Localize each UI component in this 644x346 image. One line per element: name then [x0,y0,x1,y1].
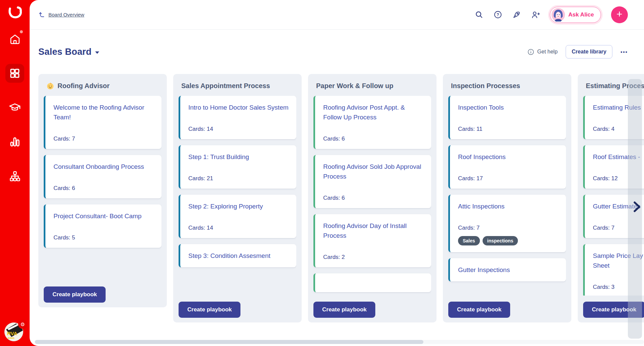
playbook-card[interactable]: Inspection Tools Cards: 11 [448,96,566,139]
svg-text:RVA: RVA [7,331,17,336]
playbook-card-title: Roofing Advisor Post Appt. & Follow Up P… [323,103,424,122]
sidebar-item-boards[interactable] [5,64,24,83]
gear-icon[interactable]: ⚙ [18,320,27,329]
playbook-card[interactable]: Step 3: Condition Assesment [179,244,296,267]
sidebar-item-home[interactable] [5,30,24,48]
horizontal-scrollbar-thumb[interactable] [35,340,423,344]
playbook-card-count: Cards: 21 [188,175,290,182]
playbook-card-title: Intro to Home Doctor Sales System [188,103,290,112]
card-list: Roofing Advisor Post Appt. & Follow Up P… [313,96,431,296]
chevron-down-icon[interactable] [95,51,99,54]
playbook-card-title: Welcome to the Roofing Advisor Team! [53,103,155,122]
bar-chart-icon [9,136,21,148]
add-button[interactable]: + [611,6,628,23]
playbook-card-count: Cards: 6 [323,195,424,201]
playbook-card-title: Step 3: Condition Assesment [188,251,290,261]
playbook-card[interactable]: Roofing Advisor Day of Install Process C… [313,214,431,267]
apps-grid-icon [9,68,21,79]
playbook-card-title: Gutter Inspections [458,265,559,275]
workspace-avatar[interactable]: RVA KING ⚙ [4,322,24,342]
svg-text:KING: KING [8,337,14,340]
breadcrumb-label: Board Overview [48,12,84,17]
playbook-card-title: Step 2: Exploring Property [188,201,290,211]
column-header: Sales Appointment Process [181,82,294,90]
create-playbook-button[interactable]: Create playbook [313,302,375,318]
org-chart-icon [9,170,21,183]
get-help-link[interactable]: Get help [527,48,558,55]
playbook-card-count: Cards: 6 [323,136,424,142]
playbook-card[interactable] [313,273,431,292]
home-icon [9,33,21,45]
board-column: Roofing Advisor Welcome to the Roofing A… [38,74,167,307]
get-help-label: Get help [537,49,558,55]
playbook-card[interactable]: Welcome to the Roofing Advisor Team! Car… [44,96,161,149]
page-title: Sales Board [38,47,91,57]
invite-user-icon[interactable] [531,10,540,19]
ask-alice-label: Ask Alice [568,11,594,18]
sidebar-item-training[interactable] [5,98,24,117]
rocket-icon[interactable] [512,10,521,19]
playbook-card[interactable]: Project Consultant- Boot Camp Cards: 5 [44,204,161,248]
search-icon[interactable] [475,10,483,19]
playbook-card-title: Step 1: Trust Building [188,152,290,162]
ask-alice-button[interactable]: Ask Alice [550,7,601,23]
playbook-card-count: Cards: 14 [188,225,290,231]
topbar: Board Overview ? [30,0,644,30]
help-icon[interactable]: ? [493,10,502,19]
create-playbook-button[interactable]: Create playbook [179,302,240,318]
svg-text:?: ? [496,12,499,17]
playbook-card[interactable]: Gutter Inspections [448,258,566,281]
playbook-card-title: Project Consultant- Boot Camp [53,211,155,221]
playbook-card[interactable]: Step 1: Trust Building Cards: 21 [179,145,296,189]
playbook-card-title: Roofing Advisor Day of Install Process [323,221,424,240]
column-header: Inspection Processes [451,82,563,90]
column-title: Inspection Processes [451,82,520,90]
playbook-card-count: Cards: 11 [458,126,559,132]
breadcrumb[interactable]: Board Overview [39,11,84,18]
playbook-card-title: Consultant Onboarding Process [53,162,155,171]
trainual-logo-icon[interactable] [6,3,24,21]
sidebar-item-reports[interactable] [5,132,24,151]
board-column: Paper Work & Follow up Roofing Advisor P… [308,74,437,322]
column-title: Sales Appointment Process [181,82,270,90]
playbook-card[interactable]: Roofing Advisor Sold Job Approval Proces… [313,155,431,208]
alice-avatar [552,8,565,22]
column-title: Paper Work & Follow up [316,82,393,90]
playbook-card-count: Cards: 7 [458,225,559,231]
playbook-card[interactable]: Intro to Home Doctor Sales System Cards:… [179,96,296,139]
card-list: Welcome to the Roofing Advisor Team! Car… [44,96,161,280]
playbook-card-tags: Salesinspections [458,236,559,245]
playbook-card-count: Cards: 7 [53,136,155,142]
playbook-card-count: Cards: 2 [323,254,424,261]
playbook-card[interactable]: Consultant Onboarding Process Cards: 6 [44,155,161,198]
create-library-button[interactable]: Create library [566,45,612,59]
column-title: Roofing Advisor [58,82,110,90]
card-list: Inspection Tools Cards: 11 Roof Inspecti… [448,96,566,296]
playbook-card[interactable]: Roof Inspections Cards: 17 [448,145,566,189]
info-icon [527,48,534,55]
tag-pill: inspections [483,236,518,245]
playbook-card[interactable]: Step 2: Exploring Property Cards: 14 [179,195,296,238]
tag-pill: Sales [458,236,480,245]
create-playbook-button[interactable]: Create playbook [44,286,106,303]
playbook-card[interactable]: Attic Inspections Cards: 7 Salesinspecti… [448,195,566,252]
board-column: Inspection Processes Inspection Tools Ca… [443,74,571,322]
playbook-card-count: Cards: 14 [188,126,290,132]
page-header: Sales Board Get help Create library ••• [30,30,644,74]
playbook-card-title: Roof Inspections [458,152,559,162]
sidebar-item-org-chart[interactable] [5,167,24,186]
more-menu-button[interactable]: ••• [620,49,628,55]
horizontal-scrollbar-track[interactable] [34,340,644,344]
scroll-right-chevron-icon[interactable] [633,201,641,214]
playbook-card-count: Cards: 5 [53,234,155,241]
main-content: Board Overview ? [30,0,644,346]
playbook-card-title: Roofing Advisor Sold Job Approval Proces… [323,162,424,181]
column-header: Paper Work & Follow up [316,82,428,90]
playbook-card-count: Cards: 17 [458,175,559,182]
playbook-card[interactable]: Roofing Advisor Post Appt. & Follow Up P… [313,96,431,149]
playbook-card-count: Cards: 6 [53,185,155,192]
kanban-board: Roofing Advisor Welcome to the Roofing A… [30,74,644,346]
graduation-cap-icon [8,101,21,114]
create-playbook-button[interactable]: Create playbook [448,302,510,318]
board-column: Sales Appointment Process Intro to Home … [173,74,302,322]
